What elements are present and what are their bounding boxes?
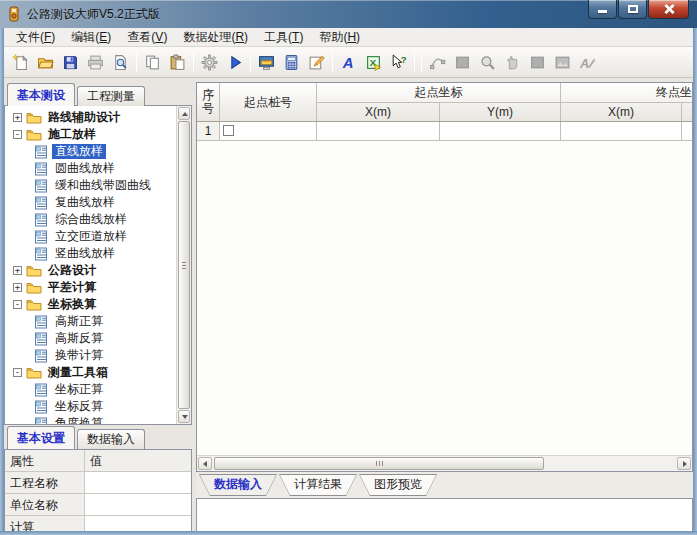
font-a-button[interactable]: A: [336, 50, 361, 75]
menu-item-2[interactable]: 编辑(E): [63, 28, 119, 47]
tab-基本设置[interactable]: 基本设置: [7, 426, 75, 449]
svg-text:A: A: [342, 54, 354, 70]
column-header-起点坐标-Y(m): Y(m): [440, 103, 561, 121]
menu-item-6[interactable]: 帮助(H): [311, 28, 368, 47]
tree-scrollbar[interactable]: [176, 106, 191, 424]
copy-button[interactable]: [140, 50, 165, 75]
tree-item-综合曲线放样[interactable]: 综合曲线放样: [9, 211, 191, 228]
tree-item-圆曲线放样[interactable]: 圆曲线放样: [9, 160, 191, 177]
window-frame-right: [693, 28, 697, 535]
tree-scroll-thumb[interactable]: [178, 121, 190, 409]
excel-export-button[interactable]: X: [361, 50, 386, 75]
tree-item-label: 平差计算: [45, 280, 99, 295]
run-button[interactable]: [222, 50, 247, 75]
property-value-field[interactable]: [85, 472, 191, 493]
folder-icon: [26, 127, 42, 142]
image-button: [550, 50, 575, 75]
property-value-field[interactable]: [85, 516, 191, 531]
expand-icon[interactable]: +: [13, 113, 22, 122]
tree-item-立交匝道放样[interactable]: 立交匝道放样: [9, 228, 191, 245]
tree-item-竖曲线放样[interactable]: 竖曲线放样: [9, 245, 191, 262]
menu-item-4[interactable]: 数据处理(R): [175, 28, 256, 47]
tab-计算结果[interactable]: 计算结果: [279, 474, 357, 496]
calculator-icon: [283, 54, 300, 71]
expand-icon[interactable]: +: [13, 283, 22, 292]
tree-item-直线放样[interactable]: 直线放样: [9, 143, 191, 160]
tab-图形预览[interactable]: 图形预览: [359, 474, 437, 496]
column-header-stake: 起点桩号: [220, 83, 317, 121]
settings-gear-button[interactable]: [197, 50, 222, 75]
hscroll-track[interactable]: [213, 457, 676, 470]
tree-item-缓和曲线带圆曲线[interactable]: 缓和曲线带圆曲线: [9, 177, 191, 194]
toolbar-separator: [332, 52, 333, 72]
new-file-button[interactable]: [8, 50, 33, 75]
folder-icon: [26, 365, 42, 380]
start-y-cell[interactable]: [440, 122, 561, 140]
tab-基本测设[interactable]: 基本测设: [7, 83, 75, 106]
start-x-cell[interactable]: [317, 122, 440, 140]
tree-item-高斯正算[interactable]: 高斯正算: [9, 313, 191, 330]
maximize-icon: [628, 5, 638, 13]
tree-item-label: 施工放样: [45, 127, 99, 142]
scroll-down-arrow[interactable]: [178, 410, 190, 423]
ruler-screen-icon: [258, 54, 275, 71]
gray-rect2-icon: [529, 54, 546, 71]
tab-工程测量[interactable]: 工程测量: [77, 86, 145, 106]
collapse-icon[interactable]: -: [13, 300, 22, 309]
tree-item-公路设计[interactable]: +公路设计: [9, 262, 191, 279]
tree-item-label: 高斯反算: [52, 331, 106, 346]
table-hscrollbar[interactable]: [197, 455, 692, 471]
save-icon: [62, 54, 79, 71]
settings-gear-icon: [201, 54, 218, 71]
stake-cell[interactable]: [220, 122, 317, 140]
tree-item-坐标正算[interactable]: 坐标正算: [9, 381, 191, 398]
tab-数据输入[interactable]: 数据输入: [77, 429, 145, 449]
group-header-label: 起点坐标: [317, 83, 561, 103]
menu-item-3[interactable]: 查看(V): [119, 28, 175, 47]
tree-item-label: 综合曲线放样: [52, 212, 130, 227]
tree-item-平差计算[interactable]: +平差计算: [9, 279, 191, 296]
tree-item-路线辅助设计[interactable]: +路线辅助设计: [9, 109, 191, 126]
scroll-left-arrow[interactable]: [198, 457, 212, 470]
tree-item-施工放样[interactable]: -施工放样: [9, 126, 191, 143]
property-row-单位名称: 单位名称: [5, 494, 191, 516]
collapse-icon[interactable]: -: [13, 130, 22, 139]
collapse-icon[interactable]: -: [13, 368, 22, 377]
open-folder-button[interactable]: [33, 50, 58, 75]
tab-数据输入[interactable]: 数据输入: [199, 474, 277, 496]
save-button[interactable]: [58, 50, 83, 75]
help-pointer-button[interactable]: ?: [386, 50, 411, 75]
tree-item-坐标换算[interactable]: -坐标换算: [9, 296, 191, 313]
tree-item-换带计算[interactable]: 换带计算: [9, 347, 191, 364]
scroll-up-arrow[interactable]: [178, 107, 190, 120]
property-value-field[interactable]: [85, 494, 191, 515]
scroll-right-arrow[interactable]: [677, 457, 691, 470]
data-table: 序 号起点桩号起点坐标X(m)Y(m)终点坐标X(m)1: [197, 83, 692, 141]
tree-item-坐标反算[interactable]: 坐标反算: [9, 398, 191, 415]
folder-icon: [26, 297, 42, 312]
calculator-button[interactable]: [279, 50, 304, 75]
close-icon: [663, 3, 675, 15]
row-checkbox[interactable]: [223, 125, 234, 136]
close-button[interactable]: [648, 0, 689, 19]
paste-button[interactable]: [165, 50, 190, 75]
annotate-icon: A: [579, 54, 596, 71]
hscroll-thumb[interactable]: [214, 457, 544, 470]
print-preview-button[interactable]: [108, 50, 133, 75]
minimize-button[interactable]: [588, 0, 617, 19]
ruler-screen-button[interactable]: [254, 50, 279, 75]
maximize-button[interactable]: [618, 0, 647, 19]
tree-item-测量工具箱[interactable]: -测量工具箱: [9, 364, 191, 381]
row-number-cell: 1: [197, 122, 220, 140]
property-name: 工程名称: [5, 472, 85, 493]
tree-item-角度换算[interactable]: 角度换算: [9, 415, 191, 425]
tree-item-复曲线放样[interactable]: 复曲线放样: [9, 194, 191, 211]
menu-item-5[interactable]: 工具(T): [256, 28, 311, 47]
left-bottom-tabstrip: 基本设置数据输入: [4, 425, 192, 448]
end-x-cell[interactable]: [561, 122, 682, 140]
expand-icon[interactable]: +: [13, 266, 22, 275]
menu-item-1[interactable]: 文件(F): [8, 28, 63, 47]
tree-item-高斯反算[interactable]: 高斯反算: [9, 330, 191, 347]
app-window: 公路测设大师V5.2正式版 文件(F)编辑(E)查看(V)数据处理(R)工具(T…: [0, 0, 697, 535]
edit-pad-button[interactable]: [304, 50, 329, 75]
